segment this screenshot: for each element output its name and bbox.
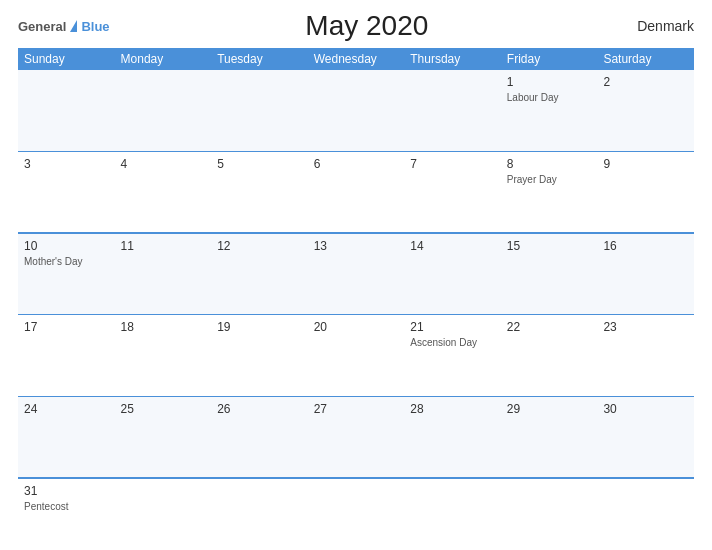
day-cell: 12 <box>211 233 308 315</box>
day-number: 3 <box>24 157 109 171</box>
logo: General Blue <box>18 17 110 35</box>
logo-triangle-icon <box>70 20 77 32</box>
weekday-header-sunday: Sunday <box>18 48 115 70</box>
day-number: 14 <box>410 239 495 253</box>
week-row-1: 1Labour Day2 <box>18 70 694 152</box>
day-number: 2 <box>603 75 688 89</box>
day-number: 6 <box>314 157 399 171</box>
day-number: 22 <box>507 320 592 334</box>
day-cell <box>115 70 212 152</box>
day-cell: 29 <box>501 396 598 478</box>
day-cell <box>404 70 501 152</box>
day-cell: 31Pentecost <box>18 478 115 540</box>
day-cell: 11 <box>115 233 212 315</box>
day-cell: 18 <box>115 315 212 397</box>
logo-general-text: General <box>18 19 66 34</box>
day-cell: 8Prayer Day <box>501 152 598 234</box>
day-number: 27 <box>314 402 399 416</box>
day-number: 25 <box>121 402 206 416</box>
day-cell <box>115 478 212 540</box>
day-cell: 4 <box>115 152 212 234</box>
day-number: 19 <box>217 320 302 334</box>
day-number: 28 <box>410 402 495 416</box>
day-cell <box>308 478 405 540</box>
day-cell: 15 <box>501 233 598 315</box>
day-cell: 27 <box>308 396 405 478</box>
day-cell: 5 <box>211 152 308 234</box>
weekday-header-friday: Friday <box>501 48 598 70</box>
weekday-header-thursday: Thursday <box>404 48 501 70</box>
day-cell: 22 <box>501 315 598 397</box>
day-cell <box>211 478 308 540</box>
day-cell: 24 <box>18 396 115 478</box>
day-cell <box>18 70 115 152</box>
day-cell <box>211 70 308 152</box>
day-number: 1 <box>507 75 592 89</box>
day-number: 12 <box>217 239 302 253</box>
day-number: 29 <box>507 402 592 416</box>
day-cell: 9 <box>597 152 694 234</box>
day-number: 5 <box>217 157 302 171</box>
day-number: 15 <box>507 239 592 253</box>
day-event: Mother's Day <box>24 255 109 268</box>
day-cell: 14 <box>404 233 501 315</box>
day-cell: 26 <box>211 396 308 478</box>
day-cell: 3 <box>18 152 115 234</box>
logo-blue-text: Blue <box>81 19 109 34</box>
day-cell: 10Mother's Day <box>18 233 115 315</box>
week-row-3: 10Mother's Day111213141516 <box>18 233 694 315</box>
day-number: 20 <box>314 320 399 334</box>
week-row-4: 1718192021Ascension Day2223 <box>18 315 694 397</box>
day-cell: 2 <box>597 70 694 152</box>
day-cell: 19 <box>211 315 308 397</box>
day-cell: 30 <box>597 396 694 478</box>
day-cell: 17 <box>18 315 115 397</box>
day-event: Prayer Day <box>507 173 592 186</box>
day-cell: 16 <box>597 233 694 315</box>
day-cell: 21Ascension Day <box>404 315 501 397</box>
week-row-6: 31Pentecost <box>18 478 694 540</box>
day-number: 24 <box>24 402 109 416</box>
weekday-header-saturday: Saturday <box>597 48 694 70</box>
calendar-title: May 2020 <box>110 10 624 42</box>
header: General Blue May 2020 Denmark <box>18 10 694 42</box>
weekday-header-tuesday: Tuesday <box>211 48 308 70</box>
day-number: 13 <box>314 239 399 253</box>
day-number: 23 <box>603 320 688 334</box>
day-cell: 13 <box>308 233 405 315</box>
day-number: 17 <box>24 320 109 334</box>
day-number: 4 <box>121 157 206 171</box>
day-cell <box>404 478 501 540</box>
day-number: 7 <box>410 157 495 171</box>
day-cell: 7 <box>404 152 501 234</box>
day-number: 16 <box>603 239 688 253</box>
weekday-header-monday: Monday <box>115 48 212 70</box>
day-number: 18 <box>121 320 206 334</box>
day-cell <box>308 70 405 152</box>
day-number: 26 <box>217 402 302 416</box>
day-number: 9 <box>603 157 688 171</box>
week-row-2: 345678Prayer Day9 <box>18 152 694 234</box>
day-number: 8 <box>507 157 592 171</box>
day-event: Pentecost <box>24 500 109 513</box>
calendar-table: SundayMondayTuesdayWednesdayThursdayFrid… <box>18 48 694 540</box>
week-row-5: 24252627282930 <box>18 396 694 478</box>
weekday-header-wednesday: Wednesday <box>308 48 405 70</box>
day-event: Labour Day <box>507 91 592 104</box>
weekday-header-row: SundayMondayTuesdayWednesdayThursdayFrid… <box>18 48 694 70</box>
day-number: 31 <box>24 484 109 498</box>
day-number: 10 <box>24 239 109 253</box>
day-number: 30 <box>603 402 688 416</box>
day-cell: 23 <box>597 315 694 397</box>
calendar-page: General Blue May 2020 Denmark SundayMond… <box>0 0 712 550</box>
day-cell: 1Labour Day <box>501 70 598 152</box>
day-cell <box>597 478 694 540</box>
day-cell: 6 <box>308 152 405 234</box>
country-label: Denmark <box>624 18 694 34</box>
day-cell <box>501 478 598 540</box>
day-event: Ascension Day <box>410 336 495 349</box>
day-cell: 28 <box>404 396 501 478</box>
day-cell: 20 <box>308 315 405 397</box>
day-number: 21 <box>410 320 495 334</box>
day-cell: 25 <box>115 396 212 478</box>
